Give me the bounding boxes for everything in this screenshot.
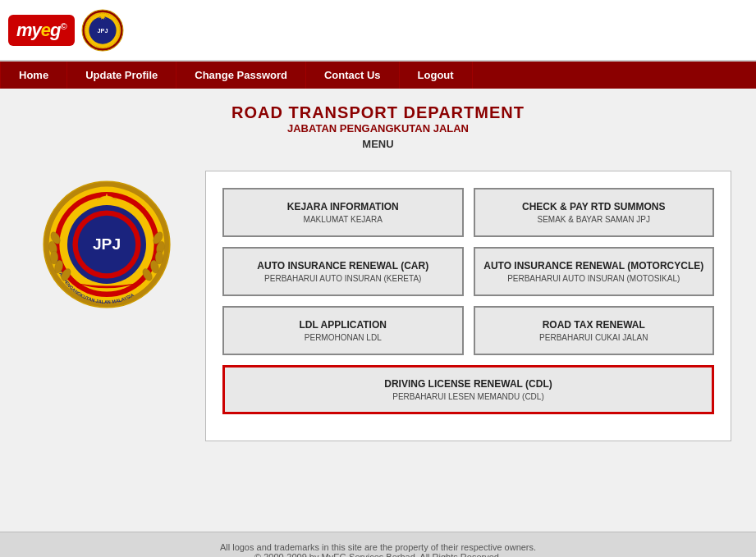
btn-kejara-title: KEJARA INFORMATION xyxy=(287,201,399,212)
btn-ldl-title: LDL APPLICATION xyxy=(300,319,387,331)
btn-ldl-subtitle: PERMOHONAN LDL xyxy=(305,333,382,342)
nav-home[interactable]: Home xyxy=(0,62,67,89)
btn-rtd-title: CHECK & PAY RTD SUMMONS xyxy=(522,201,665,212)
emblem-area: JPJ JABATAN PENGANGKUTAN JALAN MALAYSIA xyxy=(25,171,189,441)
menu-btn-auto-moto[interactable]: AUTO INSURANCE RENEWAL (MOTORCYCLE) PERB… xyxy=(474,247,715,296)
btn-automoto-subtitle: PERBAHARUI AUTO INSURAN (MOTOSIKAL) xyxy=(507,274,680,283)
page-title-area: ROAD TRANSPORT DEPARTMENT JABATAN PENGAN… xyxy=(0,89,756,158)
menu-btn-auto-car[interactable]: AUTO INSURANCE RENEWAL (CAR) PERBAHARUI … xyxy=(222,247,464,296)
menu-btn-ldl[interactable]: LDL APPLICATION PERMOHONAN LDL xyxy=(222,306,464,355)
svg-text:JPJ: JPJ xyxy=(97,27,108,34)
header: myeg© JPJ xyxy=(0,0,756,62)
menu-panel: KEJARA INFORMATION MAKLUMAT KEJARA CHECK… xyxy=(205,171,731,441)
btn-cdl-subtitle: PERBAHARUI LESEN MEMANDU (CDL) xyxy=(392,392,543,401)
menu-row-4: DRIVING LICENSE RENEWAL (CDL) PERBAHARUI… xyxy=(222,365,714,414)
btn-roadtax-subtitle: PERBAHARUI CUKAI JALAN xyxy=(539,333,648,342)
nav-contact-us[interactable]: Contact Us xyxy=(306,62,400,89)
menu-btn-rtd-summons[interactable]: CHECK & PAY RTD SUMMONS SEMAK & BAYAR SA… xyxy=(474,188,715,237)
jpj-badge: JPJ xyxy=(81,9,124,52)
content-area: JPJ JABATAN PENGANGKUTAN JALAN MALAYSIA xyxy=(0,158,756,458)
svg-text:JPJ: JPJ xyxy=(93,235,121,253)
btn-rtd-subtitle: SEMAK & BAYAR SAMAN JPJ xyxy=(538,215,650,224)
myeg-logo: myeg© xyxy=(8,15,75,46)
dept-title: ROAD TRANSPORT DEPARTMENT xyxy=(0,103,756,122)
btn-automoto-title: AUTO INSURANCE RENEWAL (MOTORCYCLE) xyxy=(483,260,703,272)
nav: Home Update Profile Change Password Cont… xyxy=(0,62,756,89)
btn-autocar-title: AUTO INSURANCE RENEWAL (CAR) xyxy=(257,260,428,272)
menu-row-3: LDL APPLICATION PERMOHONAN LDL ROAD TAX … xyxy=(222,306,714,355)
footer-line1: All logos and trademarks in this site ar… xyxy=(0,542,756,552)
menu-label: MENU xyxy=(0,138,756,150)
footer-line2: © 2000-2009 by MyEG Services Berhad. All… xyxy=(0,552,756,557)
main-content: ROAD TRANSPORT DEPARTMENT JABATAN PENGAN… xyxy=(0,89,756,532)
dept-subtitle: JABATAN PENGANGKUTAN JALAN xyxy=(0,122,756,135)
menu-btn-kejara[interactable]: KEJARA INFORMATION MAKLUMAT KEJARA xyxy=(222,188,464,237)
btn-roadtax-title: ROAD TAX RENEWAL xyxy=(543,319,645,331)
btn-cdl-title: DRIVING LICENSE RENEWAL (CDL) xyxy=(384,378,552,390)
menu-row-1: KEJARA INFORMATION MAKLUMAT KEJARA CHECK… xyxy=(222,188,714,237)
menu-btn-road-tax[interactable]: ROAD TAX RENEWAL PERBAHARUI CUKAI JALAN xyxy=(474,306,715,355)
jpj-emblem: JPJ JABATAN PENGANGKUTAN JALAN MALAYSIA xyxy=(41,179,172,310)
nav-update-profile[interactable]: Update Profile xyxy=(67,62,176,89)
footer: All logos and trademarks in this site ar… xyxy=(0,532,756,557)
menu-btn-cdl[interactable]: DRIVING LICENSE RENEWAL (CDL) PERBAHARUI… xyxy=(222,365,714,414)
btn-kejara-subtitle: MAKLUMAT KEJARA xyxy=(304,215,383,224)
btn-autocar-subtitle: PERBAHARUI AUTO INSURAN (KERETA) xyxy=(264,274,421,283)
nav-change-password[interactable]: Change Password xyxy=(176,62,306,89)
nav-logout[interactable]: Logout xyxy=(400,62,473,89)
menu-row-2: AUTO INSURANCE RENEWAL (CAR) PERBAHARUI … xyxy=(222,247,714,296)
